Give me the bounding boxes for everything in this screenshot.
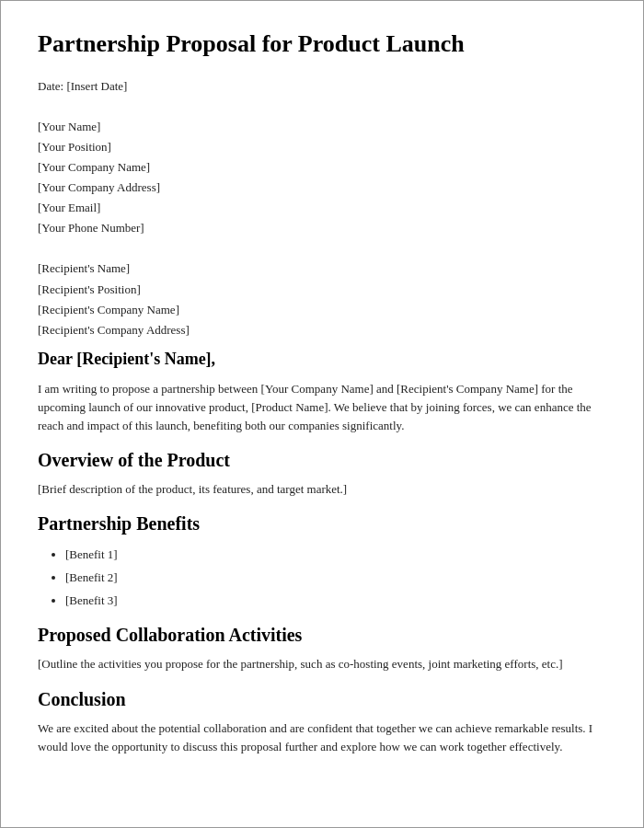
section-heading-3: Conclusion	[38, 689, 606, 710]
recipient-name: [Recipient's Name]	[38, 259, 606, 279]
sender-name: [Your Name]	[38, 117, 606, 137]
section-heading-1: Partnership Benefits	[38, 513, 606, 535]
section-heading-0: Overview of the Product	[38, 450, 606, 471]
benefit-item-2: [Benefit 3]	[65, 590, 606, 613]
sender-company: [Your Company Name]	[38, 157, 606, 178]
recipient-position: [Recipient's Position]	[38, 280, 606, 300]
document-title: Partnership Proposal for Product Launch	[38, 29, 606, 60]
benefits-list: [Benefit 1] [Benefit 2] [Benefit 3]	[38, 544, 606, 612]
document-page: Partnership Proposal for Product Launch …	[0, 0, 644, 828]
recipient-company-address: [Recipient's Company Address]	[38, 320, 606, 340]
section-content-0: [Brief description of the product, its f…	[38, 480, 606, 499]
greeting: Dear [Recipient's Name],	[38, 350, 606, 369]
date-text: Date: [Insert Date]	[38, 76, 606, 97]
section-content-2: [Outline the activities you propose for …	[38, 655, 606, 673]
recipient-company-name: [Recipient's Company Name]	[38, 300, 606, 320]
sender-block: [Your Name] [Your Position] [Your Compan…	[38, 117, 606, 239]
intro-paragraph: I am writing to propose a partnership be…	[38, 380, 606, 435]
benefit-item-1: [Benefit 2]	[65, 567, 606, 590]
sender-position: [Your Position]	[38, 137, 606, 157]
date-line: Date: [Insert Date]	[38, 76, 606, 97]
recipient-block: [Recipient's Name] [Recipient's Position…	[38, 259, 606, 339]
section-heading-2: Proposed Collaboration Activities	[38, 625, 606, 646]
sender-address: [Your Company Address]	[38, 178, 606, 198]
sender-phone: [Your Phone Number]	[38, 218, 606, 238]
benefit-item-0: [Benefit 1]	[65, 544, 606, 567]
section-content-3: We are excited about the potential colla…	[38, 719, 606, 756]
sender-email: [Your Email]	[38, 198, 606, 218]
